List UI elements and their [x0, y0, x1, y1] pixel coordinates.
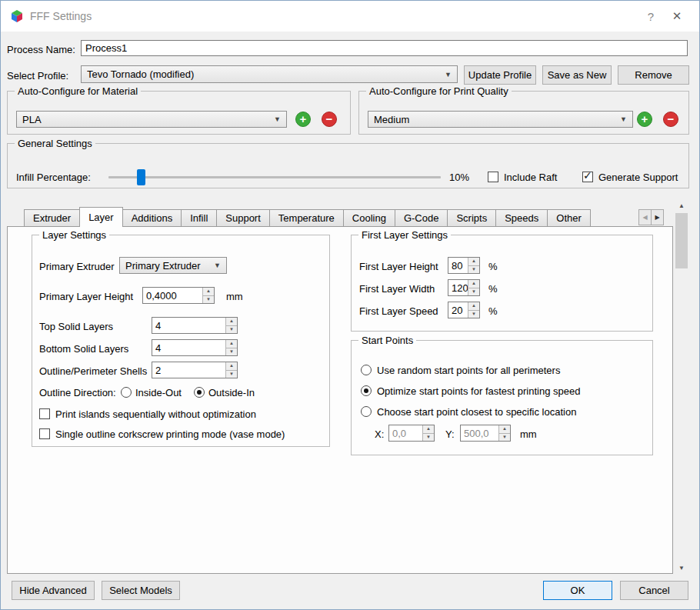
ok-button[interactable]: OK: [543, 581, 612, 600]
spin-up-button[interactable]: ▲: [225, 362, 237, 371]
spin-up-button[interactable]: ▲: [422, 425, 434, 434]
outside-in-radio[interactable]: [194, 387, 205, 398]
radio-dot: [364, 388, 368, 393]
start-x-spinbox[interactable]: 0,0 ▲▼: [388, 425, 435, 442]
primary-extruder-dropdown[interactable]: Primary Extruder ▼: [119, 257, 227, 274]
general-settings-title: General Settings: [15, 138, 95, 149]
spin-up-button[interactable]: ▲: [225, 318, 237, 326]
outside-in-label[interactable]: Outside-In: [208, 387, 255, 398]
plus-icon: +: [642, 112, 648, 125]
hide-advanced-button[interactable]: Hide Advanced: [12, 581, 95, 600]
spin-up-button[interactable]: ▲: [498, 425, 510, 434]
print-islands-checkbox[interactable]: [39, 408, 50, 419]
vertical-scrollbar[interactable]: ▲ ▼: [675, 199, 688, 575]
material-dropdown[interactable]: PLA ▼: [16, 111, 287, 128]
save-as-new-button[interactable]: Save as New: [542, 65, 612, 85]
include-raft-label[interactable]: Include Raft: [504, 172, 557, 183]
generate-support-label[interactable]: Generate Support: [598, 172, 678, 183]
spin-down-button[interactable]: ▼: [468, 288, 479, 296]
top-solid-layers-spinbox[interactable]: 4 ▲▼: [152, 317, 238, 334]
close-button[interactable]: ✕: [664, 9, 690, 23]
inside-out-label[interactable]: Inside-Out: [135, 387, 182, 398]
spin-up-button[interactable]: ▲: [468, 258, 479, 266]
spin-up-button[interactable]: ▲: [202, 288, 214, 296]
spin-down-button[interactable]: ▼: [225, 348, 237, 356]
first-layer-width-spinbox[interactable]: 120 ▲▼: [448, 279, 480, 296]
scroll-down-button[interactable]: ▼: [675, 562, 688, 575]
tab-extruder[interactable]: Extruder: [24, 209, 80, 226]
closest-start-point-radio[interactable]: [361, 406, 372, 417]
print-islands-label[interactable]: Print islands sequentially without optim…: [55, 408, 256, 420]
spinbox-value[interactable]: 0,0: [389, 425, 422, 441]
tab-temperature[interactable]: Temperature: [269, 209, 344, 226]
first-layer-height-spinbox[interactable]: 80 ▲▼: [448, 257, 480, 274]
spinbox-value[interactable]: 2: [152, 362, 225, 378]
tab-gcode[interactable]: G-Code: [395, 209, 448, 226]
spinbox-value[interactable]: 500,0: [461, 425, 498, 441]
quality-dropdown[interactable]: Medium ▼: [368, 111, 633, 128]
settings-tabbar: Extruder Layer Additions Infill Support …: [24, 208, 590, 226]
tab-cooling[interactable]: Cooling: [343, 209, 395, 226]
tab-scroll-left-button[interactable]: ◀: [638, 209, 652, 225]
bottom-solid-layers-spinbox[interactable]: 4 ▲▼: [152, 339, 238, 356]
first-layer-speed-spinbox[interactable]: 20 ▲▼: [448, 302, 480, 318]
outline-perimeter-shells-spinbox[interactable]: 2 ▲▼: [152, 362, 238, 378]
tab-support[interactable]: Support: [216, 209, 270, 226]
spinbox-value[interactable]: 80: [448, 258, 468, 273]
random-start-points-label[interactable]: Use random start points for all perimete…: [377, 365, 560, 376]
tab-scroll-buttons: ◀ ▶: [638, 209, 664, 225]
spinbox-value[interactable]: 20: [448, 302, 468, 318]
add-material-button[interactable]: +: [295, 112, 311, 127]
vase-mode-label[interactable]: Single outline corkscrew printing mode (…: [55, 428, 285, 440]
spin-up-button[interactable]: ▲: [468, 280, 479, 288]
spinbox-value[interactable]: 4: [152, 340, 225, 355]
generate-support-checkbox[interactable]: ✓: [582, 172, 593, 182]
select-profile-dropdown[interactable]: Tevo Tornado (modified) ▼: [81, 65, 458, 83]
tab-other[interactable]: Other: [547, 209, 591, 226]
spinbox-value[interactable]: 4: [152, 318, 225, 333]
first-layer-speed-unit: %: [488, 305, 498, 317]
optimize-start-points-radio[interactable]: [361, 385, 372, 396]
spinbox-value[interactable]: 0,4000: [143, 288, 202, 303]
process-name-input[interactable]: [81, 40, 688, 56]
tab-additions[interactable]: Additions: [122, 209, 182, 226]
select-profile-value: Tevo Tornado (modified): [87, 68, 440, 80]
spin-down-button[interactable]: ▼: [422, 434, 434, 442]
random-start-points-radio[interactable]: [361, 365, 372, 375]
select-models-button[interactable]: Select Models: [102, 581, 180, 600]
primary-layer-height-spinbox[interactable]: 0,4000 ▲▼: [142, 287, 215, 304]
spin-up-button[interactable]: ▲: [225, 340, 237, 348]
remove-material-button[interactable]: −: [322, 112, 337, 127]
update-profile-button[interactable]: Update Profile: [464, 65, 536, 85]
optimize-start-points-label[interactable]: Optimize start points for fastest printi…: [377, 385, 580, 397]
inside-out-radio[interactable]: [121, 387, 132, 398]
scroll-thumb[interactable]: [675, 213, 688, 268]
cancel-button[interactable]: Cancel: [620, 581, 688, 600]
tab-speeds[interactable]: Speeds: [495, 209, 548, 226]
spin-down-button[interactable]: ▼: [225, 371, 237, 378]
spin-down-button[interactable]: ▼: [498, 434, 510, 442]
chevron-down-icon: ▼: [445, 71, 452, 78]
spinbox-value[interactable]: 120: [448, 280, 468, 295]
help-button[interactable]: ?: [638, 10, 664, 23]
closest-start-point-label[interactable]: Choose start point closest to specific l…: [377, 406, 576, 418]
tab-scripts[interactable]: Scripts: [447, 209, 496, 226]
tab-scroll-right-button[interactable]: ▶: [651, 209, 664, 225]
tab-infill[interactable]: Infill: [181, 209, 217, 226]
remove-profile-button[interactable]: Remove: [618, 65, 689, 85]
vase-mode-checkbox[interactable]: [39, 428, 50, 439]
spin-up-button[interactable]: ▲: [468, 302, 479, 311]
scroll-up-button[interactable]: ▲: [675, 199, 688, 212]
infill-slider-handle[interactable]: [137, 169, 145, 185]
infill-slider-track[interactable]: [108, 176, 441, 178]
tab-layer[interactable]: Layer: [79, 207, 123, 227]
add-quality-button[interactable]: +: [637, 112, 652, 127]
start-y-spinbox[interactable]: 500,0 ▲▼: [460, 425, 511, 442]
spin-down-button[interactable]: ▼: [468, 311, 479, 318]
spin-down-button[interactable]: ▼: [202, 296, 214, 304]
spin-down-button[interactable]: ▼: [468, 266, 479, 274]
spin-down-button[interactable]: ▼: [225, 326, 237, 334]
start-xy-unit: mm: [520, 428, 537, 440]
remove-quality-button[interactable]: −: [663, 112, 678, 127]
include-raft-checkbox[interactable]: [488, 172, 498, 182]
